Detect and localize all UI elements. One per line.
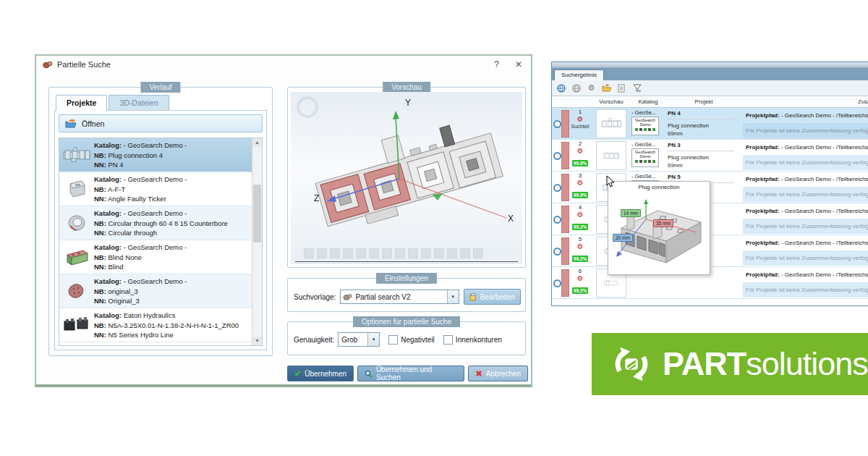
- column-header-vorschau[interactable]: Vorschau: [591, 98, 631, 105]
- project-line2: Plug connection: [668, 122, 743, 129]
- project-name[interactable]: PN 4: [668, 110, 734, 119]
- part-thumbnail: [59, 172, 94, 206]
- open-button[interactable]: Öffnen: [59, 114, 263, 132]
- uebernehmen-und-suchen-button[interactable]: Übernehmen und Suchen: [357, 366, 464, 381]
- verlauf-group: Verlauf Projekte 3D-Dateien Öffnen: [48, 87, 273, 356]
- check-icon: ✔: [294, 369, 301, 379]
- globe-blue-icon[interactable]: [556, 83, 566, 93]
- abbrechen-button[interactable]: ✖ Abbrechen: [468, 366, 528, 381]
- innenkonturen-label: Innenkonturen: [456, 336, 502, 344]
- match-bar: [561, 206, 569, 233]
- list-item[interactable]: Katalog: - GeoSearch Demo - NB: Circular…: [59, 206, 262, 240]
- dropdown-arrow-icon[interactable]: ▼: [367, 333, 379, 346]
- preview-3d-model: [291, 92, 522, 251]
- catalog-box[interactable]: GeoSearch Demo: [631, 117, 659, 135]
- suchvorlage-label: Suchvorlage:: [294, 293, 336, 301]
- partial-search-dialog: Partielle Suche ? ✕ Verlauf Projekte 3D-…: [35, 54, 532, 387]
- match-percent-badge: 99.2%: [572, 287, 588, 294]
- preview-group-label: Vorschau: [383, 82, 430, 93]
- report-icon[interactable]: [617, 83, 626, 93]
- checkbox-box[interactable]: [388, 335, 398, 345]
- search-icon: [365, 370, 373, 378]
- list-scrollbar[interactable]: ▲ ▼: [252, 138, 262, 345]
- window-top-strip: [552, 62, 868, 68]
- checkbox-box[interactable]: [443, 335, 453, 345]
- settings-group: Einstellungen Suchvorlage: Partial searc…: [287, 278, 526, 312]
- katalog-label: Katalog:: [94, 141, 122, 149]
- globe-gray-icon[interactable]: [571, 83, 581, 93]
- result-row[interactable]: 2 ⚙ 99.9% - GeoSe... GeoSearch Demo PN 3…: [552, 140, 868, 172]
- dialog-actions: ✔ Übernehmen Übernehmen und Suchen ✖ Abb…: [287, 366, 528, 382]
- match-bar: [561, 237, 569, 265]
- folder-up-icon[interactable]: [602, 83, 611, 93]
- settings-group-label: Einstellungen: [376, 273, 437, 284]
- preview-3d-viewport[interactable]: Y Z X: [291, 92, 522, 264]
- expand-toggle-icon[interactable]: [553, 279, 561, 287]
- expand-toggle-icon[interactable]: [553, 120, 561, 128]
- tab-3d-dateien[interactable]: 3D-Dateien: [109, 95, 169, 111]
- tab-projekte[interactable]: Projekte: [56, 95, 107, 111]
- catalog-short: - GeoSe...: [631, 109, 665, 116]
- dropdown-arrow-icon[interactable]: ▼: [447, 290, 459, 303]
- row-tag: Suchteil: [570, 124, 590, 129]
- match-bar: [561, 142, 569, 169]
- expand-toggle-icon[interactable]: [553, 248, 561, 256]
- expand-toggle-icon[interactable]: [553, 184, 561, 192]
- gear-icon[interactable]: ⚙: [587, 83, 596, 93]
- refresh-icon: [297, 96, 318, 118]
- tab-suchergebnis[interactable]: Suchergebnis: [554, 69, 604, 80]
- scrollbar-thumb[interactable]: [253, 185, 261, 242]
- list-item[interactable]: Katalog: - GeoSearch Demo - NB: original…: [59, 274, 262, 308]
- help-button[interactable]: ?: [494, 59, 499, 69]
- disc-part-thumb-icon: [67, 282, 87, 300]
- list-item[interactable]: Katalog: - GeoSearch Demo - NB: Blind No…: [59, 240, 262, 274]
- genauigkeit-label: Genauigkeit:: [294, 336, 334, 344]
- scroll-up-arrow[interactable]: ▲: [252, 138, 262, 147]
- abbrechen-label: Abbrechen: [486, 370, 521, 378]
- gear-badge-icon: ⚙: [570, 211, 590, 219]
- dialog-titlebar[interactable]: Partielle Suche ? ✕: [36, 56, 531, 73]
- list-item[interactable]: Katalog: - GeoSearch Demo - NB: Plug con…: [59, 138, 262, 172]
- close-button[interactable]: ✕: [515, 59, 522, 69]
- projects-tab-panel: Öffnen: [54, 110, 267, 350]
- part-thumbnail: [59, 274, 94, 308]
- angle-part-thumb-icon: [66, 178, 88, 200]
- app-icon: [43, 60, 53, 69]
- dimension-height: 14 mm: [621, 209, 641, 217]
- bearbeiten-button[interactable]: Bearbeiten: [464, 289, 521, 305]
- recycle-screw-icon: [610, 343, 652, 385]
- match-bar: [561, 110, 569, 138]
- history-tabs: Projekte 3D-Dateien: [56, 95, 171, 111]
- list-item[interactable]: Katalog: Eaton Hydraulics NB: N5A-3.25X0…: [59, 308, 262, 342]
- result-row[interactable]: 1 ⚙ Suchteil - GeoSe... GeoSearch Demo P…: [552, 108, 868, 140]
- suchvorlage-combobox[interactable]: Partial search V2 ▼: [340, 290, 459, 304]
- column-header-zusammenfassung[interactable]: Zusammenfassung: [743, 98, 868, 105]
- column-header-projekt[interactable]: Projekt: [665, 98, 743, 105]
- results-table-header: Vorschau Katalog Projekt Zusammenfassung: [552, 96, 868, 108]
- result-preview-thumb[interactable]: [596, 109, 626, 138]
- negativteil-checkbox[interactable]: Negativteil: [388, 335, 435, 345]
- filter-icon[interactable]: [632, 83, 642, 93]
- screenshot-canvas: Partielle Suche ? ✕ Verlauf Projekte 3D-…: [0, 0, 868, 456]
- logo-wordmark: PARTsolutions: [663, 345, 868, 383]
- preview-toolbar[interactable]: [304, 248, 483, 258]
- list-item[interactable]: Katalog: - GeoSearch Demo - NB: A-F-T NN…: [59, 172, 262, 206]
- match-percent-badge: 99.2%: [572, 256, 588, 262]
- results-toolbar: ⚙: [552, 80, 868, 96]
- genauigkeit-combobox[interactable]: Grob ▼: [338, 332, 380, 347]
- plug-connection-thumb-icon: [63, 146, 90, 164]
- gear-badge-icon: ⚙: [570, 179, 590, 187]
- catalog-box[interactable]: GeoSearch Demo: [631, 148, 659, 167]
- cancel-icon: ✖: [475, 369, 482, 379]
- tooltip-3d-model: [608, 190, 708, 270]
- column-header-katalog[interactable]: Katalog: [631, 98, 665, 105]
- nn-value: PN 4: [109, 161, 124, 169]
- scroll-down-arrow[interactable]: ▼: [252, 337, 262, 345]
- expand-toggle-icon[interactable]: [553, 152, 561, 160]
- match-percent-badge: 99.9%: [572, 192, 588, 198]
- result-preview-thumb[interactable]: [596, 141, 626, 170]
- uebernehmen-button[interactable]: ✔ Übernehmen: [287, 366, 354, 381]
- search-template-icon: [343, 293, 352, 301]
- innenkonturen-checkbox[interactable]: Innenkonturen: [443, 335, 502, 345]
- expand-toggle-icon[interactable]: [553, 216, 561, 224]
